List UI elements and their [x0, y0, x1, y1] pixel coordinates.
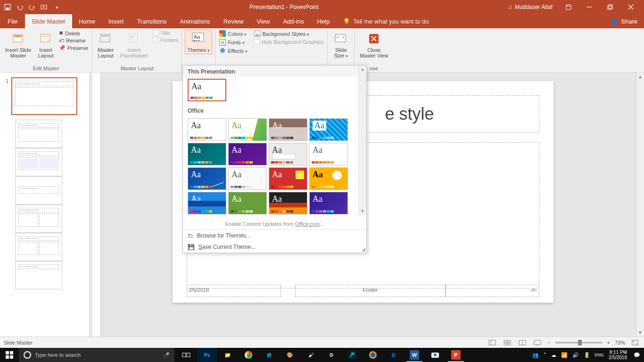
close-master-view-button[interactable]: Close Master View — [357, 30, 390, 60]
redo-icon[interactable] — [28, 3, 36, 11]
theme-item[interactable]: Aa — [188, 143, 226, 165]
wifi-icon[interactable]: 📶 — [561, 352, 568, 358]
zoom-slider-thumb[interactable] — [578, 340, 582, 346]
volume-icon[interactable]: 🔊 — [572, 352, 579, 358]
reading-view-button[interactable] — [517, 338, 528, 347]
taskbar-app-firefox[interactable] — [363, 348, 383, 362]
master-slide-thumb[interactable]: Click to edit Master title style — [11, 77, 77, 115]
theme-item[interactable]: Aa — [309, 167, 348, 190]
account-user[interactable]: ⚠Muddaser Altaf — [508, 4, 553, 10]
taskbar-app-explorer[interactable]: 📁 — [218, 348, 238, 362]
tab-addins[interactable]: Add-ins — [276, 14, 310, 28]
language-icon[interactable]: ENG — [595, 353, 604, 357]
theme-item[interactable]: Aa — [309, 143, 348, 165]
layout-thumb[interactable]: Click to edit Master title style — [15, 120, 62, 148]
tell-me-search[interactable]: 💡Tell me what you want to do — [336, 14, 435, 28]
zoom-out-button[interactable]: − — [547, 340, 550, 346]
effects-dropdown[interactable]: Effects — [218, 47, 248, 55]
undo-icon[interactable] — [16, 3, 24, 11]
slideshow-view-button[interactable] — [532, 338, 543, 347]
tab-animations[interactable]: Animations — [173, 14, 217, 28]
taskbar-app-chrome[interactable] — [239, 348, 258, 362]
battery-icon[interactable]: 🔋 — [584, 352, 590, 358]
rename-button[interactable]: 🏷Rename — [58, 37, 89, 44]
tray-chevron-icon[interactable]: ˄ — [544, 352, 546, 358]
zoom-in-button[interactable]: + — [607, 340, 610, 346]
start-from-beginning-icon[interactable] — [41, 3, 48, 11]
minimize-button[interactable] — [580, 0, 599, 14]
slide-sorter-view-button[interactable] — [502, 338, 512, 347]
insert-placeholder-button[interactable]: Insert Placeholder — [118, 30, 150, 60]
date-placeholder[interactable]: 2/5/2018 — [187, 285, 281, 297]
tab-view[interactable]: View — [250, 14, 276, 28]
theme-item[interactable]: Aa — [228, 118, 267, 141]
theme-office-current[interactable]: Aa — [188, 79, 226, 101]
taskbar-app-camera[interactable] — [425, 348, 445, 362]
slide-size-button[interactable]: Slide Size — [330, 30, 351, 60]
layout-thumb[interactable]: Click to edit Master title style — [15, 205, 62, 233]
taskbar-app-photoshop[interactable]: Ps — [197, 348, 217, 362]
share-button[interactable]: 👤Share — [604, 14, 644, 28]
slide-number-placeholder[interactable]: ‹#› — [445, 285, 539, 297]
layout-thumb[interactable]: Click to edit Master title style — [15, 148, 62, 176]
background-styles-dropdown[interactable]: Background Styles — [253, 30, 324, 38]
taskbar-app-settings[interactable]: ⚙ — [322, 348, 341, 362]
ribbon-display-options-icon[interactable] — [559, 0, 578, 14]
theme-item[interactable]: Aa — [228, 167, 267, 190]
preserve-button[interactable]: 📌Preserve — [58, 44, 89, 51]
action-center-icon[interactable]: 💬 — [634, 352, 640, 358]
tab-home[interactable]: Home — [72, 14, 102, 28]
layout-thumb[interactable]: Click to edit Master title style — [15, 261, 62, 289]
zoom-slider[interactable] — [555, 342, 603, 344]
people-icon[interactable]: 👥 — [532, 352, 539, 358]
tab-slide-master[interactable]: Slide Master — [25, 14, 72, 28]
slide-thumbnail-pane[interactable]: 1 Click to edit Master title style Click… — [0, 73, 90, 337]
zoom-level-label[interactable]: 73% — [615, 340, 625, 346]
save-icon[interactable] — [4, 3, 11, 11]
tab-insert[interactable]: Insert — [102, 14, 131, 28]
taskbar-app-word[interactable]: W — [405, 348, 424, 362]
taskbar-search[interactable]: Type here to search 🎤 — [19, 348, 174, 362]
colors-dropdown[interactable]: Colors — [218, 30, 248, 38]
footer-placeholder[interactable]: Footer — [295, 285, 446, 297]
taskbar-app-ie[interactable]: e — [259, 348, 279, 362]
close-window-button[interactable] — [621, 0, 640, 14]
layout-thumb[interactable]: Click to edit Master title style — [15, 176, 62, 205]
browse-for-themes[interactable]: 🗀Browse for Themes... — [183, 230, 366, 241]
start-button[interactable] — [0, 351, 19, 359]
tab-file[interactable]: File — [0, 14, 25, 28]
tab-review[interactable]: Review — [217, 14, 250, 28]
taskbar-app-paint[interactable]: 🖌 — [301, 348, 321, 362]
theme-item[interactable]: Aa — [309, 118, 348, 141]
save-current-theme[interactable]: 💾Save Current Theme... — [183, 241, 366, 253]
maximize-button[interactable] — [601, 0, 619, 14]
themes-button[interactable]: Aa Themes — [185, 30, 212, 54]
taskbar-app-edge[interactable]: e — [384, 348, 404, 362]
master-layout-button[interactable]: Master Layout — [95, 30, 116, 60]
tab-transitions[interactable]: Transitions — [130, 14, 173, 28]
taskbar-app-filmora[interactable] — [342, 348, 362, 362]
resize-grip-icon[interactable]: ◢ — [362, 247, 365, 252]
insert-layout-button[interactable]: Insert Layout — [35, 30, 56, 60]
theme-item[interactable]: Aa — [228, 143, 267, 165]
layout-thumb[interactable]: Click to edit Master title style — [15, 233, 62, 261]
taskbar-app-paint3d[interactable]: 🎨 — [280, 348, 300, 362]
task-view-button[interactable] — [176, 348, 196, 362]
delete-button[interactable]: ✖Delete — [58, 30, 89, 37]
qat-customize-icon[interactable]: ▾ — [53, 3, 60, 11]
theme-item[interactable]: Aa — [309, 192, 348, 214]
onedrive-icon[interactable]: ☁ — [551, 352, 556, 358]
theme-item[interactable]: Aa — [188, 192, 226, 214]
theme-item[interactable]: Aa — [188, 167, 226, 190]
fit-to-window-button[interactable] — [630, 338, 640, 347]
normal-view-button[interactable] — [487, 338, 497, 347]
taskbar-clock[interactable]: 8:11 PM 2/5/2018 — [609, 350, 629, 360]
theme-item[interactable]: Aa — [228, 192, 267, 214]
gallery-scrollbar[interactable]: ▲▼ — [358, 66, 366, 215]
vertical-scrollbar[interactable]: ▲▼ — [636, 73, 644, 337]
theme-item[interactable]: Aa — [269, 167, 307, 190]
insert-slide-master-button[interactable]: Insert Slide Master — [3, 30, 33, 60]
enable-content-updates-link[interactable]: Enable Content Updates from Office.com..… — [183, 218, 366, 230]
theme-item[interactable]: Aa — [188, 118, 226, 141]
tab-help[interactable]: Help — [310, 14, 336, 28]
